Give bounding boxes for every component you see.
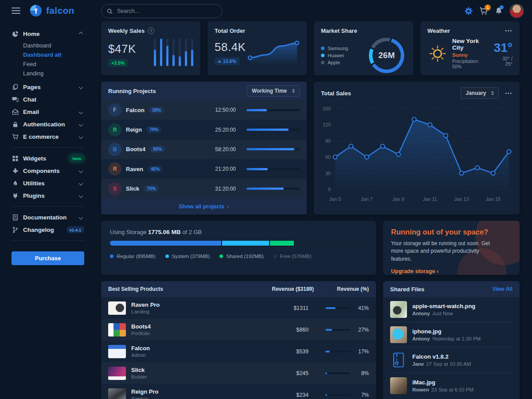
product-price: $234 [260, 392, 309, 398]
sidebar-item-documentation[interactable]: Documentation [12, 211, 84, 223]
svg-text:Jan 9: Jan 9 [392, 196, 404, 202]
chevron-down-icon [79, 134, 83, 139]
legend-dot [321, 54, 325, 57]
project-progress-bar [246, 109, 300, 111]
sidebar-item-pages[interactable]: Pages [12, 81, 84, 93]
cart-icon[interactable]: 1 [479, 7, 488, 16]
view-all-link[interactable]: View All [493, 286, 512, 292]
card-title: Total Order [215, 27, 245, 34]
weather-city: New York City [452, 38, 489, 51]
space-body: Your storage will be running out soon. G… [391, 240, 497, 263]
product-category[interactable]: Landing [131, 309, 160, 314]
weather-temp: 31° [494, 41, 512, 55]
legend-dot [219, 254, 223, 258]
storage-used: 1775.06 MB [148, 229, 181, 235]
file-name[interactable]: apple-smart-watch.png [412, 303, 475, 309]
product-name[interactable]: Boots4 [131, 323, 151, 330]
sidebar-item-dashboard-alt[interactable]: Dashboard alt [23, 50, 84, 59]
card-title: Total Sales [321, 90, 351, 97]
sidebar-item-feed[interactable]: Feed [23, 59, 84, 69]
product-thumbnail [108, 345, 126, 358]
chat-icon [12, 96, 19, 103]
sidebar-item-changelog[interactable]: Changelog v2.4.1 [12, 223, 84, 236]
sidebar-item-widgets[interactable]: Widgets New [12, 152, 84, 164]
product-name[interactable]: Falcon [131, 345, 150, 352]
product-category[interactable]: Builder [131, 374, 147, 379]
file-time: Yesterday at 1:30 PM [432, 336, 481, 341]
file-time: 23 Sep at 6:10 PM [431, 387, 473, 392]
falcon-logo-mark-icon: f [29, 4, 43, 17]
product-category[interactable]: Admin [131, 352, 150, 358]
product-category[interactable]: Portfolio [131, 331, 151, 336]
total-order-trend-badge: 13.6% [215, 57, 239, 65]
sidebar-item-authentication[interactable]: Authentication [12, 118, 84, 130]
file-name[interactable]: iMac.jpg [412, 379, 473, 386]
sidebar-item-utilities[interactable]: Utilities [12, 177, 84, 189]
chevron-down-icon [79, 85, 83, 89]
product-thumbnail [108, 323, 126, 336]
sidebar-item-chat[interactable]: Chat [12, 93, 84, 106]
project-percent-badge: 70% [144, 185, 159, 192]
hamburger-menu-icon[interactable] [12, 6, 20, 16]
project-name[interactable]: Boots4 [126, 146, 145, 153]
chevron-down-icon [79, 193, 83, 198]
project-time: 58:20:00 [215, 146, 236, 153]
product-price: $1311 [260, 305, 309, 311]
shared-files-card: Shared Files View All apple-smart-watch.… [383, 281, 520, 399]
total-order-card: Total Order 58.4K 13.6% [207, 21, 307, 75]
search-input[interactable] [116, 8, 198, 15]
card-menu-icon[interactable]: ••• [505, 91, 512, 96]
revenue-percent: 8% [355, 370, 369, 376]
product-name[interactable]: Raven Pro [131, 301, 160, 308]
sidebar-item-plugins[interactable]: Plugins [12, 189, 84, 202]
sidebar-divider [12, 206, 84, 207]
upgrade-storage-link[interactable]: Upgrade storage › [391, 268, 438, 274]
info-icon[interactable]: ? [148, 27, 154, 34]
sidebar-item-landing[interactable]: Landing [23, 69, 84, 78]
show-all-projects-link[interactable]: Show all projects› [101, 199, 307, 215]
search-box[interactable] [101, 4, 223, 18]
space-title: Running out of your space? [391, 228, 512, 236]
project-name[interactable]: Reign [126, 126, 142, 133]
chevron-down-icon [79, 215, 83, 219]
sidebar-item-email[interactable]: Email [12, 106, 84, 118]
main-content: Weekly Sales ? $47K +3.5% Total Order 58… [94, 21, 532, 399]
revenue-progress-bar [325, 307, 350, 309]
purchase-button[interactable]: Purchase [12, 251, 84, 265]
legend-dot [165, 254, 169, 258]
pages-icon [12, 83, 19, 90]
product-price: $245 [260, 370, 309, 376]
project-progress-bar [246, 188, 300, 190]
search-icon [107, 8, 113, 14]
sidebar-item-dashboard[interactable]: Dashboard [23, 41, 84, 50]
sidebar-item-ecommerce[interactable]: E commerce [12, 130, 84, 143]
card-menu-icon[interactable]: ••• [505, 28, 512, 33]
notifications-bell-icon[interactable] [494, 7, 503, 16]
cart-count-badge: 1 [485, 4, 491, 11]
settings-gear-icon[interactable] [464, 7, 473, 16]
product-category[interactable]: Agency [131, 396, 158, 399]
project-name[interactable]: Raven [126, 166, 143, 172]
project-name[interactable]: Falcon [126, 107, 145, 113]
total-order-line-chart [247, 39, 300, 65]
sidebar-item-home[interactable]: Home [12, 27, 84, 40]
file-name[interactable]: iphone.jpg [412, 328, 481, 335]
working-time-select[interactable]: Working Time [247, 85, 300, 97]
user-avatar[interactable] [509, 4, 524, 18]
file-owner: Antony [412, 311, 430, 316]
brand-name: falcon [46, 5, 74, 16]
project-name[interactable]: Slick [126, 185, 139, 192]
falcon-logo[interactable]: f falcon [29, 4, 74, 17]
project-avatar: R [108, 162, 121, 176]
total-order-value: 58.4K [215, 40, 246, 54]
product-name[interactable]: Reign Pro [131, 388, 158, 395]
weekly-sales-value: $47K [108, 42, 136, 56]
lock-icon [12, 121, 19, 128]
product-name[interactable]: Slick [131, 367, 147, 373]
sidebar-item-components[interactable]: Components [12, 164, 84, 177]
card-title: Weather [427, 27, 450, 34]
month-select[interactable]: January [461, 87, 499, 99]
svg-text:30: 30 [325, 171, 331, 176]
card-title: Running Projects [108, 88, 156, 94]
file-name[interactable]: Falcon v1.8.2 [412, 353, 471, 360]
